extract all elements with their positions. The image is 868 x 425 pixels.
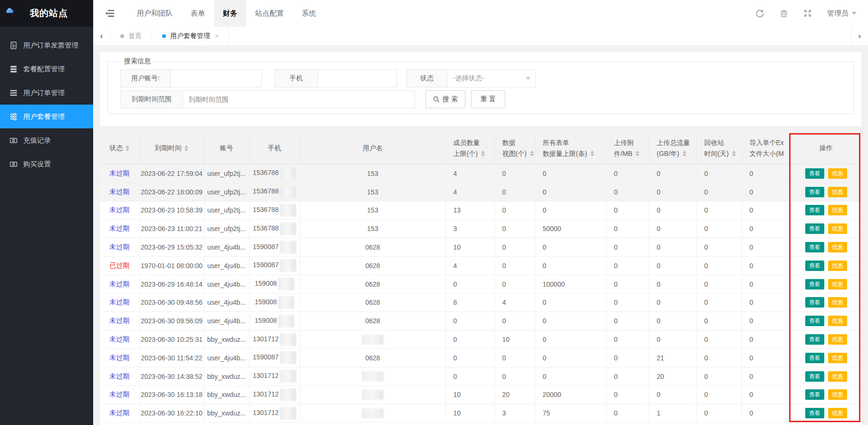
cell-recycle-days: 0 (696, 293, 742, 312)
view-button[interactable]: 查看 (805, 187, 824, 197)
view-button[interactable]: 查看 (805, 242, 824, 252)
invoice-icon (10, 41, 18, 49)
view-button[interactable]: 查看 (805, 371, 824, 382)
table-header-row: 状态到期时间账号手机用户名成员数量上限(个)数据视图(个)所有表单数据量上限(条… (100, 132, 861, 164)
cell-form-data-limit: 20000 (535, 386, 606, 404)
view-button[interactable]: 查看 (805, 389, 824, 400)
reset-button[interactable]: 重 置 (471, 90, 505, 108)
sort-icon[interactable] (732, 151, 736, 156)
cell-recycle-days: 0 (696, 348, 742, 367)
nav-item-3[interactable]: 财务 (214, 0, 246, 27)
view-button[interactable]: 查看 (805, 353, 824, 363)
view-button[interactable]: 查看 (805, 223, 824, 234)
sidebar-item-5[interactable]: 充值记录 (0, 128, 93, 152)
collapse-menu-icon[interactable] (93, 10, 127, 17)
sidebar-item-6[interactable]: 购买设置 (0, 152, 93, 176)
discount-button[interactable]: 优惠 (828, 279, 847, 290)
view-button[interactable]: 查看 (805, 297, 824, 308)
status-text: 未过期 (109, 206, 129, 213)
view-button[interactable]: 查看 (805, 261, 824, 271)
discount-button[interactable]: 优惠 (828, 389, 847, 400)
logo[interactable]: 我的站点 (0, 0, 93, 27)
column-header[interactable]: 状态 (100, 132, 139, 164)
discount-button[interactable]: 优惠 (828, 316, 847, 326)
tab-home[interactable]: 首页 (110, 27, 152, 46)
phone-group: 手机 (274, 69, 397, 87)
table-row: 未过期2023-06-29 16:48:14user_4ju4b...15900… (100, 275, 861, 293)
cell-phone: 1536788 (249, 183, 300, 201)
phone-digits: 159008 (255, 280, 277, 287)
column-header[interactable]: 所有表单数据量上限(条) (535, 132, 606, 164)
sort-icon[interactable] (530, 151, 534, 156)
close-icon[interactable]: × (215, 32, 219, 40)
cell-status: 未过期 (100, 348, 139, 367)
account-label: 用户账号: (120, 69, 171, 87)
status-text: 未过期 (109, 372, 129, 380)
cell-import-size: 0 (742, 183, 791, 201)
tabs-scroll-left-icon[interactable]: ‹ (93, 27, 110, 46)
discount-button[interactable]: 优惠 (828, 223, 847, 234)
column-header[interactable]: 回收站时间(天) (696, 132, 742, 164)
table-row: 未过期2023-06-23 11:00:21user_ufp2tj...1536… (100, 220, 861, 238)
nav-item-2[interactable]: 表单 (182, 0, 214, 27)
discount-button[interactable]: 优惠 (828, 187, 847, 197)
view-button[interactable]: 查看 (805, 316, 824, 326)
column-label: 所有表单 (543, 137, 569, 148)
column-header[interactable]: 上传总流量(GB/年) (649, 132, 696, 164)
table-row: 未过期2023-06-29 15:05:32user_4ju4b...15900… (100, 238, 861, 257)
column-header[interactable]: 数据视图(个) (494, 132, 535, 164)
sort-icon[interactable] (184, 145, 188, 151)
discount-button[interactable]: 优惠 (828, 297, 847, 308)
discount-button[interactable]: 优惠 (828, 408, 847, 418)
nav-item-5[interactable]: 系统 (293, 0, 325, 27)
refresh-icon[interactable] (748, 10, 772, 18)
account-input[interactable] (171, 69, 262, 87)
discount-button[interactable]: 优惠 (828, 261, 847, 271)
cell-account: bby_xwduz... (204, 386, 249, 404)
phone-digits: 159008 (255, 298, 277, 306)
site-title: 我的站点 (30, 7, 68, 19)
column-header[interactable]: 上传附件/MB (606, 132, 649, 164)
cell-username (300, 404, 445, 423)
sort-icon[interactable] (636, 151, 639, 156)
admin-dropdown[interactable]: 管理员 (820, 9, 857, 18)
discount-button[interactable]: 优惠 (828, 242, 847, 252)
cell-data-views: 0 (494, 164, 535, 183)
column-header[interactable]: 到期时间 (139, 132, 204, 164)
sidebar-item-4[interactable]: 用户套餐管理 (0, 105, 93, 128)
sort-icon[interactable] (481, 151, 485, 156)
view-button[interactable]: 查看 (805, 205, 824, 215)
phone-input[interactable] (318, 69, 397, 87)
discount-button[interactable]: 优惠 (828, 205, 847, 215)
view-button[interactable]: 查看 (805, 334, 824, 345)
phone-digits: 1301712 (253, 409, 279, 416)
cell-account: user_ufp2tj... (204, 201, 249, 220)
tab-user-package[interactable]: 用户套餐管理 × (152, 27, 229, 46)
discount-button[interactable]: 优惠 (828, 371, 847, 382)
cell-member-limit: 0 (445, 330, 494, 349)
sidebar-item-3[interactable]: 用户订单管理 (0, 81, 93, 105)
sidebar-item-2[interactable]: 套餐配置管理 (0, 57, 93, 81)
discount-button[interactable]: 优惠 (828, 353, 847, 363)
fullscreen-icon[interactable] (796, 10, 820, 17)
sidebar-item-1[interactable]: 用户订单发票管理 (0, 33, 93, 57)
column-label: 视图(个) (502, 148, 527, 159)
sort-icon[interactable] (590, 151, 594, 156)
view-button[interactable]: 查看 (805, 279, 824, 290)
column-header[interactable]: 成员数量上限(个) (445, 132, 494, 164)
cell-status: 未过期 (100, 220, 139, 238)
view-button[interactable]: 查看 (805, 408, 824, 418)
discount-button[interactable]: 优惠 (828, 168, 847, 179)
date-range-input[interactable] (183, 90, 415, 108)
search-button[interactable]: 搜 索 (425, 90, 465, 108)
sort-icon[interactable] (683, 151, 686, 156)
sort-icon[interactable] (125, 145, 129, 151)
status-select[interactable]: -选择状态- (447, 69, 536, 87)
nav-item-4[interactable]: 站点配置 (246, 0, 293, 27)
trash-icon[interactable] (772, 10, 796, 18)
nav-item-1[interactable]: 用户和团队 (128, 0, 182, 27)
cell-import-size: 0 (742, 238, 791, 257)
tabs-scroll-right-icon[interactable]: › (851, 27, 868, 46)
view-button[interactable]: 查看 (805, 168, 824, 179)
discount-button[interactable]: 优惠 (828, 334, 847, 345)
